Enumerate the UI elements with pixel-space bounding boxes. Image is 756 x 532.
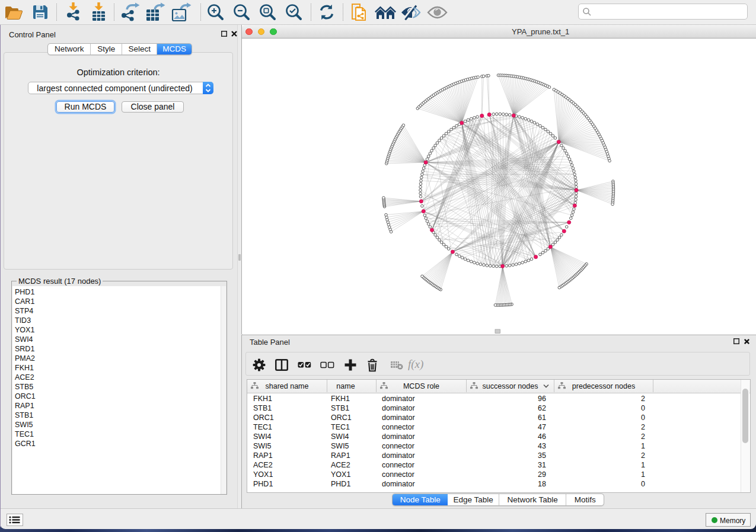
svg-text:f(x): f(x) <box>408 358 423 371</box>
